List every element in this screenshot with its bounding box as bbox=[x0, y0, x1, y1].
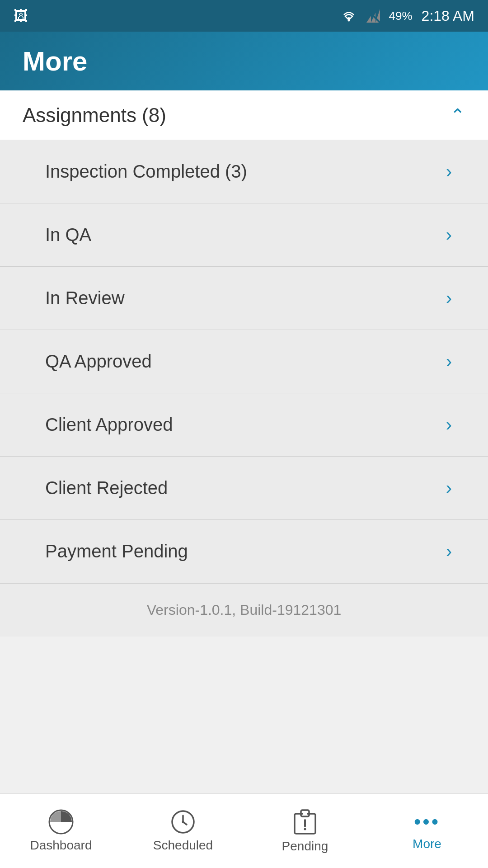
app-header: More bbox=[0, 32, 488, 90]
list-item-inspection-completed[interactable]: Inspection Completed (3) › bbox=[0, 140, 488, 203]
svg-point-9 bbox=[182, 821, 184, 823]
pending-icon bbox=[293, 808, 317, 835]
nav-label-dashboard: Dashboard bbox=[30, 838, 92, 853]
svg-point-14 bbox=[304, 828, 306, 830]
nav-item-dashboard[interactable]: Dashboard bbox=[0, 794, 122, 868]
assignments-title: Assignments (8) bbox=[23, 104, 166, 127]
list-item-in-qa[interactable]: In QA › bbox=[0, 203, 488, 267]
nav-label-more: More bbox=[413, 837, 441, 851]
version-info: Version-1.0.1, Build-19121301 bbox=[0, 583, 488, 637]
svg-rect-12 bbox=[303, 812, 307, 815]
photo-icon: 🖼 bbox=[14, 8, 28, 24]
nav-item-scheduled[interactable]: Scheduled bbox=[122, 794, 244, 868]
battery-label: 49% bbox=[389, 9, 413, 23]
status-time: 2:18 AM bbox=[422, 8, 474, 24]
status-bar: 🖼 49% 2:18 AM bbox=[0, 0, 488, 32]
nav-label-pending: Pending bbox=[282, 839, 328, 854]
chevron-right-icon: › bbox=[446, 415, 452, 435]
bottom-navigation: Dashboard Scheduled Pending ••• More bbox=[0, 793, 488, 868]
list-item-payment-pending[interactable]: Payment Pending › bbox=[0, 520, 488, 583]
assignments-header[interactable]: Assignments (8) ⌃ bbox=[0, 90, 488, 140]
chevron-right-icon: › bbox=[446, 351, 452, 372]
more-dots-icon: ••• bbox=[414, 811, 440, 833]
chevron-right-icon: › bbox=[446, 288, 452, 308]
wifi-icon bbox=[340, 9, 357, 23]
list-item-client-approved[interactable]: Client Approved › bbox=[0, 393, 488, 457]
list-item-client-rejected[interactable]: Client Rejected › bbox=[0, 457, 488, 520]
scheduled-icon bbox=[170, 809, 196, 835]
chevron-up-icon: ⌃ bbox=[450, 105, 465, 126]
nav-label-scheduled: Scheduled bbox=[153, 838, 213, 853]
nav-item-pending[interactable]: Pending bbox=[244, 794, 366, 868]
dashboard-icon bbox=[48, 809, 74, 835]
page-title: More bbox=[23, 46, 87, 77]
status-bar-left: 🖼 bbox=[14, 8, 331, 24]
chevron-right-icon: › bbox=[446, 225, 452, 245]
chevron-right-icon: › bbox=[446, 161, 452, 182]
list-item-qa-approved[interactable]: QA Approved › bbox=[0, 330, 488, 393]
nav-item-more[interactable]: ••• More bbox=[366, 794, 488, 868]
svg-point-0 bbox=[347, 19, 350, 22]
no-signal-icon bbox=[366, 9, 380, 23]
list-item-in-review[interactable]: In Review › bbox=[0, 267, 488, 330]
chevron-right-icon: › bbox=[446, 478, 452, 498]
chevron-right-icon: › bbox=[446, 541, 452, 561]
svg-marker-1 bbox=[366, 16, 371, 23]
assignments-list: Inspection Completed (3) › In QA › In Re… bbox=[0, 140, 488, 637]
